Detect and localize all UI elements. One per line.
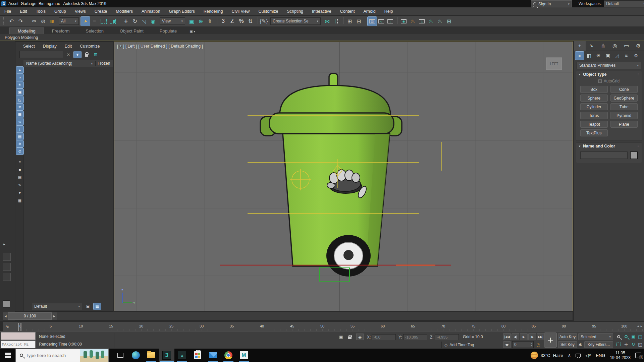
cat-shapes-icon[interactable]: ◧ xyxy=(585,52,593,60)
explorer-pick-icon[interactable]: ✎ xyxy=(16,182,23,188)
cat-cameras-icon[interactable]: ▣ xyxy=(603,52,612,60)
time-slider[interactable]: ◀ 0 / 100 ▶ xyxy=(3,312,573,320)
primitive-button[interactable]: Pyramid xyxy=(610,112,638,119)
start-button[interactable] xyxy=(0,349,15,362)
align-icon[interactable] xyxy=(332,17,341,26)
key-filters-button[interactable]: Key Filters... xyxy=(584,341,613,348)
toolbar-icon[interactable] xyxy=(25,17,28,24)
search-daily-image[interactable] xyxy=(80,349,108,362)
primitive-button[interactable]: Sphere xyxy=(580,95,608,102)
menu-item[interactable]: Civil View xyxy=(227,7,254,15)
taskbar-app-edge[interactable] xyxy=(128,349,144,362)
mirror-icon[interactable]: ⋈ xyxy=(323,17,332,26)
layout-tab[interactable] xyxy=(3,253,11,261)
zoom-icon[interactable] xyxy=(615,333,622,340)
column-name[interactable]: Name (Sorted Ascending) ▲ xyxy=(23,61,95,66)
primitive-button[interactable]: GeoSphere xyxy=(610,95,638,102)
explorer-script-icon[interactable]: ▤ xyxy=(16,174,23,181)
reference-coordinate-select[interactable]: View▾ xyxy=(160,17,185,25)
go-end-icon[interactable]: ▶▶| xyxy=(537,333,544,340)
tab-utilities-icon[interactable]: ⚙ xyxy=(632,41,644,51)
cat-helpers-icon[interactable]: ◿ xyxy=(613,52,622,60)
z-coord-field[interactable]: -4.935 xyxy=(435,334,459,340)
tab-hierarchy-icon[interactable]: ⋔ xyxy=(597,41,609,51)
next-frame-icon[interactable]: |▶ xyxy=(528,333,536,340)
task-view-button[interactable] xyxy=(113,349,128,362)
primitive-button[interactable]: Torus xyxy=(580,112,608,119)
display-containers-icon[interactable]: ▤ xyxy=(16,133,23,140)
rollout-grip-icon[interactable]: ⠿ xyxy=(637,144,640,148)
taskbar-app-3dsmax[interactable]: 3 xyxy=(159,349,174,362)
render-production-icon[interactable]: ♨ xyxy=(426,17,435,26)
explorer-menu-item[interactable]: Customize xyxy=(76,43,103,49)
display-shapes-icon[interactable]: ◑ xyxy=(16,74,23,81)
display-groups-icon[interactable]: ▦ xyxy=(16,111,23,118)
display-bones-icon[interactable]: ∫ xyxy=(16,126,23,132)
selection-lock-icon[interactable] xyxy=(346,334,354,340)
go-start-icon[interactable]: |◀◀ xyxy=(503,333,511,340)
select-place-icon[interactable]: ◉ xyxy=(149,17,158,26)
menu-item[interactable]: Rendering xyxy=(199,7,227,15)
pivot-center-icon[interactable]: ▣ xyxy=(187,17,196,26)
volume-muted-icon[interactable]: ◁✕ xyxy=(585,353,591,358)
maximize-viewport-icon[interactable]: ◱ xyxy=(637,341,644,348)
explorer-menu-item[interactable]: Edit xyxy=(61,43,76,49)
play-icon[interactable]: ▶ xyxy=(520,333,528,340)
weather-widget[interactable]: 33°C Haze xyxy=(531,352,563,359)
active-layer-select[interactable]: Default ▾ xyxy=(32,303,82,310)
menu-item[interactable]: Tools xyxy=(32,7,50,15)
curve-editor-icon[interactable]: ∿ xyxy=(377,17,386,26)
toolbar-grip[interactable] xyxy=(3,17,5,25)
ribbon-tab[interactable]: Populate xyxy=(152,28,185,34)
select-by-name-icon[interactable]: ≡ xyxy=(90,17,99,26)
menu-item[interactable]: Animation xyxy=(137,7,165,15)
edit-named-sets-icon[interactable]: {✎} xyxy=(259,17,268,26)
time-configuration-icon[interactable]: ◴ xyxy=(535,341,542,348)
x-coord-field[interactable]: -0.0 xyxy=(372,334,396,340)
zoom-all-icon[interactable] xyxy=(623,333,630,340)
menu-item[interactable]: Interactive xyxy=(308,7,336,15)
primitive-button[interactable]: Tube xyxy=(610,103,638,110)
spinner-down-icon[interactable]: ▼ xyxy=(531,345,533,347)
menu-item[interactable]: Customize xyxy=(254,7,282,15)
maxscript-mini-listener[interactable]: MAXScript Mi xyxy=(1,332,36,348)
track-bar-arrows-icon[interactable]: ◄ ► xyxy=(637,325,643,328)
redo-icon[interactable]: ↷ xyxy=(16,17,25,26)
selection-filter-select[interactable]: All▾ xyxy=(59,17,79,25)
display-spacewarps-icon[interactable]: ≋ xyxy=(16,104,23,110)
taskbar-app-maya[interactable]: ▲ xyxy=(174,349,190,362)
menu-item[interactable]: Graph Editors xyxy=(165,7,199,15)
maxscript-listener-row[interactable]: MAXScript Mi xyxy=(1,341,36,348)
primitive-button[interactable]: Cylinder xyxy=(580,103,608,110)
ribbon-tab[interactable]: Modeling xyxy=(9,27,44,34)
menu-item[interactable]: Help xyxy=(380,7,397,15)
key-mode-select[interactable]: Selected ▾ xyxy=(578,333,613,340)
toolbar-icon[interactable] xyxy=(117,17,120,24)
display-geometry-icon[interactable]: ● xyxy=(16,67,23,73)
display-frozen-icon[interactable]: ❄ xyxy=(16,140,23,147)
search-input[interactable] xyxy=(26,353,76,358)
mini-curve-editor-icon[interactable]: ∿ xyxy=(3,322,12,331)
menu-item[interactable]: Edit xyxy=(15,7,32,15)
primitive-category-select[interactable]: Standard Primitives ▾ xyxy=(577,62,641,69)
explorer-search-input[interactable] xyxy=(19,51,63,58)
clock[interactable]: 11:35 19-04-2023 xyxy=(610,351,631,360)
keyboard-override-icon[interactable]: ⇧ xyxy=(205,17,214,26)
taskbar-search[interactable] xyxy=(15,349,109,362)
select-move-icon[interactable]: + xyxy=(121,17,130,26)
y-coord-field[interactable]: -18.395 xyxy=(403,334,427,340)
ribbon-tab[interactable]: Selection xyxy=(78,28,112,34)
window-crossing-icon[interactable] xyxy=(108,17,117,26)
select-scale-icon[interactable]: ◹ xyxy=(140,17,149,26)
key-mode-toggle-icon[interactable]: ◀▶ xyxy=(503,341,511,348)
ribbon-menu-icon[interactable]: ▣ ▾ xyxy=(185,29,200,34)
primitive-button[interactable]: TextPlus xyxy=(580,129,608,136)
tab-modify-icon[interactable]: ∿ xyxy=(586,41,597,51)
menu-item[interactable]: Create xyxy=(90,7,112,15)
current-frame-marker[interactable] xyxy=(18,323,21,331)
named-selection-sets-select[interactable]: Create Selection Se▾ xyxy=(270,17,321,25)
coordinate-mode-icon[interactable]: ◈ xyxy=(356,334,364,340)
maxscript-macro-row[interactable] xyxy=(1,332,36,340)
auto-key-button[interactable]: Auto Key xyxy=(558,333,577,340)
clear-search-icon[interactable]: ✕ xyxy=(65,51,72,58)
